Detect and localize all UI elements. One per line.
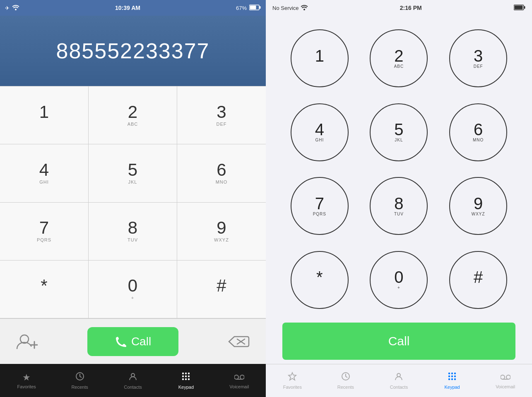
key-2-right[interactable]: 2 ABC [370,29,428,87]
tab-contacts-right[interactable]: Contacts [372,364,426,397]
svg-point-23 [303,9,305,10]
svg-point-32 [454,373,456,374]
svg-point-33 [448,375,450,377]
keypad-label-right: Keypad [444,385,460,390]
no-service-text: No Service [272,5,299,11]
call-button-left[interactable]: Call [87,327,178,356]
airplane-icon: ✈ [5,5,10,11]
tab-favorites-left[interactable]: ★ Favorites [0,364,53,397]
add-contact-button[interactable] [12,327,41,356]
key-1-left[interactable]: 1 [0,86,89,144]
tab-voicemail-left[interactable]: Voicemail [213,364,266,397]
call-button-label-left: Call [131,335,151,348]
key-2-left[interactable]: 2 ABC [89,86,177,144]
svg-point-29 [397,373,400,377]
recents-icon-right [341,372,350,383]
key-hash-left[interactable]: # [177,261,266,318]
svg-rect-3 [250,5,256,9]
tab-keypad-left[interactable]: Keypad [159,364,212,397]
contacts-label-left: Contacts [124,385,142,390]
dialer-number: 885552233377 [56,38,209,63]
tab-favorites-right[interactable]: Favorites [266,364,319,397]
tab-voicemail-right[interactable]: Voicemail [479,364,532,397]
keypad-label-left: Keypad [178,385,194,390]
key-7-right[interactable]: 7 PQRS [291,177,349,235]
svg-point-17 [182,378,184,380]
battery-icon-right [514,5,525,12]
svg-marker-27 [289,373,296,380]
tab-keypad-right[interactable]: Keypad [426,364,479,397]
key-3-right[interactable]: 3 DEF [449,29,507,87]
svg-point-14 [182,375,184,377]
key-4-right[interactable]: 4 GHI [291,103,349,161]
key-star-left[interactable]: * [0,261,89,318]
favorites-label-right: Favorites [283,385,302,390]
recents-icon-left [75,372,84,383]
svg-point-37 [451,378,453,380]
favorites-label-left: Favorites [17,384,36,389]
svg-rect-26 [515,5,523,9]
voicemail-label-right: Voicemail [496,384,515,389]
key-7-left[interactable]: 7 PQRS [0,203,89,261]
svg-rect-2 [259,6,260,9]
call-button-right[interactable]: Call [282,323,515,360]
tab-recents-left[interactable]: Recents [53,364,106,397]
recents-label-right: Recents [337,385,354,390]
svg-point-39 [501,375,505,379]
key-4-left[interactable]: 4 GHI [0,144,89,202]
key-6-right[interactable]: 6 MNO [449,103,507,161]
status-right-group: 67% [236,5,261,12]
svg-point-15 [185,375,187,377]
svg-point-35 [454,375,456,377]
key-0-left[interactable]: 0 + [89,261,177,318]
status-right-right-group [514,5,525,12]
time-left: 10:39 AM [115,5,140,11]
svg-point-38 [454,378,456,380]
svg-point-11 [182,372,184,374]
svg-point-40 [506,375,510,379]
tab-recents-right[interactable]: Recents [319,364,373,397]
key-9-left[interactable]: 9 WXYZ [177,203,266,261]
action-bar-left: Call [0,318,266,364]
status-bar-right: No Service 2:16 PM [266,0,532,16]
svg-point-21 [240,375,244,379]
svg-point-0 [15,9,17,10]
delete-button-left[interactable] [224,327,253,356]
svg-point-10 [131,373,135,377]
favorites-icon-left: ★ [22,372,31,383]
voicemail-label-left: Voicemail [229,384,249,389]
key-5-left[interactable]: 5 JKL [89,144,177,202]
tab-bar-right: Favorites Recents Contacts [266,364,532,397]
key-star-right[interactable]: * [291,251,349,309]
phone-left: ✈ 10:39 AM 67% 885552233377 [0,0,266,397]
key-3-left[interactable]: 3 DEF [177,86,266,144]
key-6-left[interactable]: 6 MNO [177,144,266,202]
tab-bar-left: ★ Favorites Recents Contacts [0,364,266,397]
keypad-grid-left: 1 2 ABC 3 DEF 4 GHI 5 JKL 6 MNO 7 PQRS 8 [0,86,266,318]
time-right: 2:16 PM [400,5,422,11]
key-8-left[interactable]: 8 TUV [89,203,177,261]
call-label-right: Call [388,334,410,348]
svg-point-36 [448,378,450,380]
key-5-right[interactable]: 5 JKL [370,103,428,161]
recents-label-left: Recents [71,385,88,390]
svg-point-20 [234,375,238,379]
tab-contacts-left[interactable]: Contacts [106,364,159,397]
keypad-icon-right [448,372,457,383]
svg-point-16 [188,375,190,377]
svg-point-13 [188,372,190,374]
key-1-right[interactable]: 1 [291,29,349,87]
key-hash-right[interactable]: # [449,251,507,309]
contacts-label-right: Contacts [390,385,408,390]
wifi-icon-left [12,5,19,12]
svg-rect-25 [524,6,525,9]
battery-icon-left [249,5,261,12]
svg-point-19 [188,378,190,380]
key-9-right[interactable]: 9 WXYZ [449,177,507,235]
status-left-group: ✈ [5,5,19,12]
key-0-right[interactable]: 0 + [370,251,428,309]
favorites-icon-right [288,372,297,383]
dialer-display: 885552233377 [0,16,266,86]
svg-point-12 [185,372,187,374]
key-8-right[interactable]: 8 TUV [370,177,428,235]
